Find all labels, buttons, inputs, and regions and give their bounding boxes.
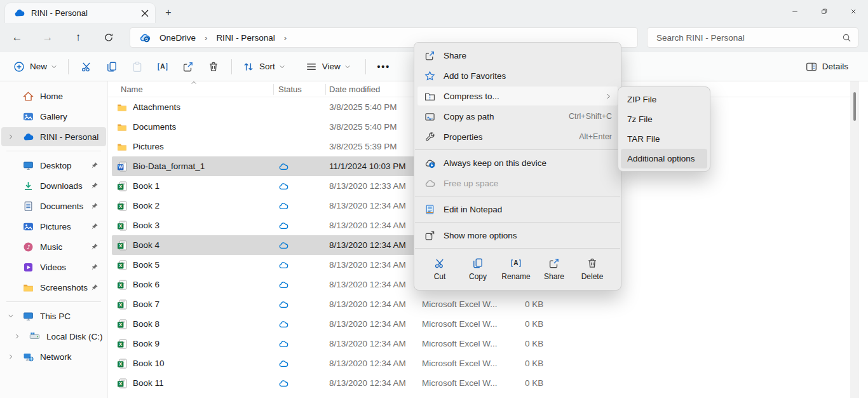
- new-tab-button[interactable]: +: [160, 5, 177, 20]
- sidebar-item-label: Documents: [40, 202, 91, 211]
- expander-chevron[interactable]: [6, 134, 15, 140]
- shortcut-hint: Alt+Enter: [579, 132, 612, 141]
- explorer-tab[interactable]: RINI - Personal: [5, 3, 155, 23]
- expander-chevron[interactable]: [13, 333, 22, 340]
- wrench-icon: [424, 132, 435, 142]
- column-separator[interactable]: [273, 84, 274, 95]
- submenu-item[interactable]: TAR File: [621, 129, 707, 149]
- context-menu-item[interactable]: Copy as path Ctrl+Shift+C: [417, 106, 618, 127]
- sidebar-item[interactable]: Pictures: [1, 217, 106, 236]
- music-icon: ♪: [23, 242, 34, 252]
- svg-text:X: X: [119, 243, 122, 249]
- submenu-item[interactable]: ZIP File: [621, 90, 707, 109]
- search-input[interactable]: [656, 33, 842, 43]
- sidebar-item[interactable]: Downloads: [1, 176, 106, 195]
- sidebar-divider: [6, 151, 101, 151]
- excel-file-icon: X: [117, 260, 127, 270]
- file-row[interactable]: X Book 9 8/13/2020 12:34 AM Microsoft Ex…: [112, 334, 579, 353]
- submenu-item[interactable]: Additional options: [621, 149, 707, 168]
- file-name: Book 3: [133, 221, 159, 230]
- pin-icon: [91, 223, 98, 230]
- context-menu-item[interactable]: Share: [417, 45, 618, 65]
- sidebar-item[interactable]: Screenshots: [1, 278, 106, 297]
- sidebar-item[interactable]: Home: [1, 86, 106, 106]
- share-button[interactable]: [175, 55, 201, 78]
- view-button[interactable]: View: [300, 55, 356, 78]
- context-menu-item[interactable]: Free up space: [417, 173, 618, 193]
- file-type: Microsoft Excel W...: [419, 299, 522, 309]
- quick-action-button[interactable]: Share: [535, 255, 573, 284]
- context-menu-item-label: Add to Favorites: [444, 71, 612, 81]
- search-box[interactable]: [647, 27, 858, 48]
- copy-button[interactable]: [99, 55, 125, 78]
- svg-text:X: X: [119, 223, 122, 229]
- sort-button[interactable]: Sort: [237, 55, 291, 78]
- expander-chevron[interactable]: [6, 353, 15, 360]
- paste-button[interactable]: [125, 55, 150, 78]
- breadcrumb-onedrive[interactable]: OneDrive: [156, 32, 200, 44]
- quick-action-button[interactable]: Cut: [421, 255, 459, 284]
- expander-chevron[interactable]: [6, 313, 15, 319]
- breadcrumb-rini-personal[interactable]: RINI - Personal: [212, 32, 278, 44]
- vertical-scrollbar[interactable]: [850, 81, 859, 398]
- quick-action-button[interactable]: A Rename: [497, 255, 535, 284]
- file-row[interactable]: X Book 11 8/13/2020 12:34 AM Microsoft E…: [112, 373, 579, 393]
- maximize-button[interactable]: [810, 0, 839, 23]
- sidebar-item[interactable]: This PC: [1, 306, 106, 326]
- delete-button[interactable]: [201, 55, 226, 78]
- file-row[interactable]: X Book 10 8/13/2020 12:34 AM Microsoft E…: [112, 353, 579, 373]
- forward-button[interactable]: →: [37, 27, 58, 48]
- documents-icon: [23, 201, 34, 212]
- quick-action-label: Cut: [434, 272, 446, 281]
- file-row[interactable]: X Book 8 8/13/2020 12:34 AM Microsoft Ex…: [112, 314, 579, 334]
- view-icon: [306, 61, 317, 72]
- column-separator[interactable]: [325, 84, 326, 95]
- context-menu-item[interactable]: Show more options: [417, 225, 618, 245]
- minimize-button[interactable]: [780, 0, 810, 23]
- svg-text:A: A: [160, 63, 165, 70]
- quick-action-button[interactable]: Copy: [459, 255, 497, 284]
- copy-icon: [106, 61, 118, 72]
- close-button[interactable]: [839, 0, 868, 23]
- context-menu-item[interactable]: Compress to...: [417, 86, 618, 106]
- new-button[interactable]: New: [8, 55, 63, 78]
- file-size: 0 KB: [522, 319, 575, 329]
- file-name: Book 10: [133, 359, 165, 368]
- sidebar-item[interactable]: Videos: [1, 257, 106, 277]
- up-button[interactable]: ↑: [67, 27, 89, 48]
- sidebar-item[interactable]: Gallery: [1, 107, 106, 126]
- submenu-item[interactable]: 7z File: [621, 109, 707, 129]
- svg-text:X: X: [119, 302, 122, 308]
- sidebar-item[interactable]: ♪ Music: [1, 237, 106, 256]
- file-date-modified: 8/13/2020 12:34 AM: [325, 299, 419, 309]
- refresh-button[interactable]: [98, 27, 119, 48]
- sidebar-item[interactable]: Documents: [1, 196, 106, 216]
- rename-button[interactable]: A: [150, 55, 175, 78]
- context-menu-item[interactable]: Edit in Notepad: [417, 199, 618, 219]
- details-button[interactable]: Details: [800, 55, 857, 78]
- context-menu-item[interactable]: Always keep on this device: [417, 153, 618, 173]
- sidebar-item-label: Music: [40, 242, 91, 252]
- file-name: Pictures: [133, 142, 164, 151]
- sidebar-item[interactable]: RINI - Personal: [1, 127, 106, 146]
- sidebar-item[interactable]: Network: [1, 347, 106, 366]
- sidebar-item[interactable]: Local Disk (C:): [1, 327, 106, 346]
- column-header-status[interactable]: Status: [273, 85, 325, 94]
- sidebar-item[interactable]: Desktop: [1, 156, 106, 175]
- svg-text:X: X: [119, 203, 122, 209]
- svg-text:X: X: [119, 184, 122, 189]
- file-row[interactable]: X Book 7 8/13/2020 12:34 AM Microsoft Ex…: [112, 294, 579, 314]
- scrollbar-thumb[interactable]: [853, 92, 856, 121]
- cut-button[interactable]: [74, 55, 99, 78]
- column-header-date-modified[interactable]: Date modified: [325, 85, 419, 94]
- excel-file-icon: X: [117, 221, 127, 231]
- context-menu-item[interactable]: Properties Alt+Enter: [417, 127, 618, 147]
- back-button[interactable]: ←: [6, 27, 28, 48]
- quick-action-button[interactable]: Delete: [573, 255, 611, 284]
- context-menu-item[interactable]: Add to Favorites: [417, 65, 618, 86]
- context-menu-item-label: Share: [444, 51, 612, 60]
- tab-close-icon[interactable]: [140, 8, 150, 18]
- file-name: Book 11: [133, 378, 164, 388]
- cloud-status-icon: [278, 339, 288, 349]
- more-options-button[interactable]: •••: [371, 55, 397, 78]
